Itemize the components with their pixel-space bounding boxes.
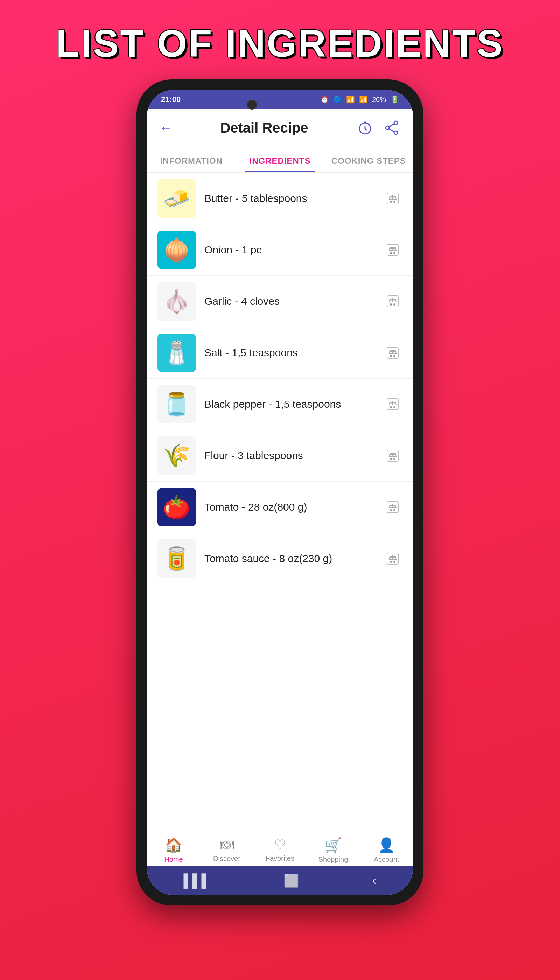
page-title: LIST OF INGREDIENTS	[56, 21, 504, 65]
svg-point-23	[390, 510, 392, 511]
svg-point-14	[390, 355, 392, 357]
add-to-cart-button[interactable]	[383, 395, 402, 414]
ingredient-name: Tomato - 28 oz(800 g)	[204, 501, 375, 513]
alarm-icon: ⏰	[320, 95, 329, 103]
app-bar-actions	[356, 118, 401, 137]
nav-item-discover[interactable]: 🍽 Discover	[200, 837, 253, 863]
ingredient-list: 🧈 Butter - 5 tablespoons 🧅 Onion - 1 pc	[147, 173, 413, 831]
wifi-icon: 📶	[346, 95, 355, 103]
ingredient-image: 🫙	[158, 385, 196, 423]
svg-point-5	[390, 201, 392, 202]
ingredient-name: Onion - 1 pc	[204, 244, 375, 256]
tab-cooking-steps[interactable]: COOKING STEPS	[325, 147, 413, 172]
svg-point-15	[394, 355, 395, 357]
ingredient-name: Butter - 5 tablespoons	[204, 192, 375, 204]
svg-point-17	[390, 407, 392, 408]
ingredient-image: 🧈	[158, 179, 196, 218]
ingredient-name: Garlic - 4 cloves	[204, 295, 375, 307]
nav-label-favorites: Favorites	[266, 854, 294, 862]
tabs-bar: INFORMATION INGREDIENTS COOKING STEPS	[147, 147, 413, 173]
svg-point-8	[390, 252, 392, 254]
ingredient-item: 🥫 Tomato sauce - 8 oz(230 g)	[147, 533, 413, 585]
svg-point-2	[394, 131, 398, 134]
svg-point-12	[394, 304, 395, 305]
favorites-icon: ♡	[274, 837, 286, 852]
nav-item-home[interactable]: 🏠 Home	[147, 837, 200, 863]
svg-point-11	[390, 304, 392, 305]
ingredient-name: Salt - 1,5 teaspoons	[204, 347, 375, 359]
app-bar-title: Detail Recipe	[220, 120, 308, 136]
nav-item-favorites[interactable]: ♡ Favorites	[253, 837, 307, 863]
svg-point-1	[394, 121, 398, 125]
ingredient-image: 🌾	[158, 437, 196, 475]
ingredient-name: Tomato sauce - 8 oz(230 g)	[204, 553, 375, 565]
add-to-cart-button[interactable]	[383, 240, 402, 260]
ingredient-name: Flour - 3 tablespoons	[204, 450, 375, 462]
android-back-button[interactable]: ‹	[372, 873, 377, 888]
svg-point-6	[394, 201, 395, 202]
android-nav-bar: ▌▌▌ ⬜ ‹	[147, 866, 413, 895]
add-to-cart-button[interactable]	[383, 549, 402, 568]
svg-point-26	[390, 561, 392, 562]
ingredient-image: 🥫	[158, 539, 196, 578]
discover-icon: 🍽	[220, 837, 234, 853]
status-icons: ⏰ 🔵 📶 📶 26% 🔋	[320, 95, 399, 103]
shopping-icon: 🛒	[325, 837, 342, 853]
ingredient-image: 🧄	[158, 282, 196, 321]
nav-label-account: Account	[374, 855, 399, 863]
ingredient-name: Black pepper - 1,5 teaspoons	[204, 398, 375, 410]
android-home-button[interactable]: ⬜	[283, 873, 299, 888]
svg-point-24	[394, 510, 395, 511]
share-button[interactable]	[383, 118, 401, 137]
svg-point-9	[394, 252, 395, 254]
ingredient-image: 🍅	[158, 488, 196, 527]
phone-frame: 21:00 ⏰ 🔵 📶 📶 26% 🔋 ← Detail Recipe	[137, 80, 423, 905]
battery-text: 26%	[372, 95, 386, 103]
signal-icon: 📶	[359, 95, 368, 103]
account-icon: 👤	[378, 837, 395, 853]
add-to-cart-button[interactable]	[383, 497, 402, 517]
nav-label-discover: Discover	[213, 855, 240, 863]
bluetooth-icon: 🔵	[333, 95, 342, 103]
app-bar: ← Detail Recipe	[147, 109, 413, 147]
ingredient-item: 🧂 Salt - 1,5 teaspoons	[147, 327, 413, 379]
svg-point-27	[394, 561, 395, 562]
nav-item-shopping[interactable]: 🛒 Shopping	[307, 837, 360, 863]
svg-point-18	[394, 407, 395, 408]
bottom-nav: 🏠 Home 🍽 Discover ♡ Favorites 🛒 Shopping…	[147, 831, 413, 866]
ingredient-image: 🧂	[158, 333, 196, 372]
nav-label-shopping: Shopping	[318, 855, 348, 863]
phone-screen: 21:00 ⏰ 🔵 📶 📶 26% 🔋 ← Detail Recipe	[147, 90, 413, 895]
phone-camera	[247, 100, 257, 110]
svg-point-3	[386, 126, 389, 130]
nav-label-home: Home	[164, 855, 183, 863]
timer-button[interactable]	[356, 118, 374, 137]
tab-information[interactable]: INFORMATION	[147, 147, 235, 172]
nav-item-account[interactable]: 👤 Account	[360, 837, 413, 863]
svg-point-21	[394, 458, 395, 460]
home-icon: 🏠	[165, 837, 182, 853]
tab-ingredients[interactable]: INGREDIENTS	[235, 147, 324, 172]
status-time: 21:00	[161, 95, 181, 104]
ingredient-image: 🧅	[158, 231, 196, 269]
add-to-cart-button[interactable]	[383, 292, 402, 311]
status-bar: 21:00 ⏰ 🔵 📶 📶 26% 🔋	[147, 90, 413, 109]
add-to-cart-button[interactable]	[383, 188, 402, 208]
battery-icon: 🔋	[390, 95, 399, 103]
svg-point-20	[390, 458, 392, 460]
add-to-cart-button[interactable]	[383, 446, 402, 465]
back-button[interactable]: ←	[159, 120, 173, 135]
ingredient-item: 🧅 Onion - 1 pc	[147, 224, 413, 276]
add-to-cart-button[interactable]	[383, 343, 402, 363]
ingredient-item: 🫙 Black pepper - 1,5 teaspoons	[147, 379, 413, 430]
ingredient-item: 🧈 Butter - 5 tablespoons	[147, 173, 413, 224]
ingredient-item: 🧄 Garlic - 4 cloves	[147, 276, 413, 327]
ingredient-item: 🍅 Tomato - 28 oz(800 g)	[147, 482, 413, 533]
android-recent-button[interactable]: ▌▌▌	[183, 873, 210, 888]
ingredient-item: 🌾 Flour - 3 tablespoons	[147, 430, 413, 482]
